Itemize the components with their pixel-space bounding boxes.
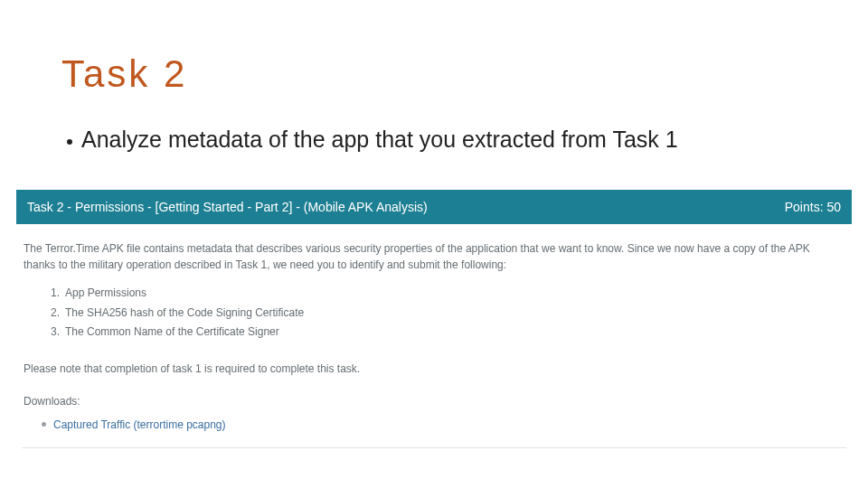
downloads-label: Downloads: — [24, 395, 844, 408]
download-item: Captured Traffic (terrortime pcapng) — [42, 418, 852, 431]
bullet-dot-icon — [67, 139, 72, 145]
task-header-title: Task 2 - Permissions - [Getting Started … — [27, 200, 428, 214]
task-points: Points: 50 — [785, 200, 841, 214]
bullet-item: Analyze metadata of the app that you ext… — [67, 127, 678, 153]
task-requirements-list: 1.App Permissions 2.The SHA256 hash of t… — [51, 284, 852, 343]
task-note: Please note that completion of task 1 is… — [24, 362, 844, 375]
bullet-text: Analyze metadata of the app that you ext… — [81, 127, 678, 153]
divider — [22, 447, 846, 448]
task-header-bar: Task 2 - Permissions - [Getting Started … — [16, 190, 852, 224]
task-screenshot: Task 2 - Permissions - [Getting Started … — [16, 190, 852, 448]
list-item: 1.App Permissions — [51, 284, 852, 304]
download-link[interactable]: Captured Traffic (terrortime pcapng) — [53, 418, 226, 431]
list-item: 3.The Common Name of the Certificate Sig… — [51, 323, 852, 343]
slide-title: Task 2 — [61, 52, 187, 96]
bullet-dot-icon — [42, 422, 46, 427]
list-item: 2.The SHA256 hash of the Code Signing Ce… — [51, 304, 852, 324]
task-description: The Terror.Time APK file contains metada… — [24, 240, 844, 273]
